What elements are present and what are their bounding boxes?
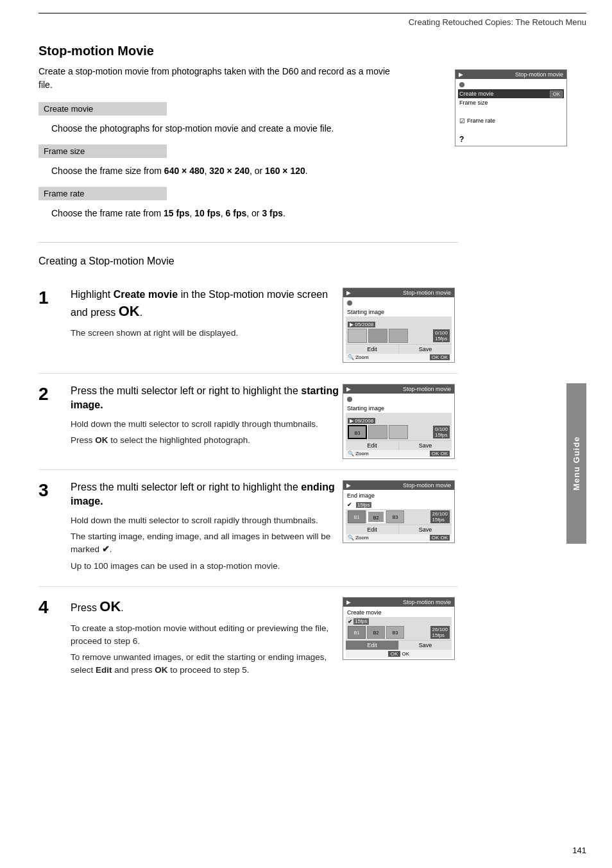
top-camera: ▶ Stop-motion movie Create movie OK: [455, 69, 567, 146]
step-1-cam-title-text: Stop-motion movie: [403, 290, 451, 296]
top-cam-title-bar: ▶ Stop-motion movie: [455, 70, 566, 79]
step-3-thumb-b1: B1: [348, 510, 366, 523]
top-cam-dot-row: [458, 80, 564, 89]
step-1-thumb-area: ▶ 05/2008 0/10015fps: [346, 317, 452, 344]
step-3-zoom-bar: 🔍 Zoom OK OK: [346, 534, 452, 541]
frame-size-prefix: Choose the frame size from: [51, 166, 164, 176]
step-3-number: 3: [38, 482, 64, 499]
subsection-create-movie: Create movie Choose the photographs for …: [38, 102, 458, 144]
step-4-thumb-b3: B3: [386, 626, 404, 639]
top-camera-area: ▶ Stop-motion movie Create movie OK: [455, 69, 567, 146]
top-cam-dot: [459, 82, 464, 87]
step-3-thumb-row: B1 B2 B3 26/10015fps: [348, 510, 450, 523]
step-1-cam-body: Starting image ▶ 05/2008 0/10: [343, 297, 454, 362]
step-2-thumb-area: ▶ 09/2008 B3 0/10015fps: [346, 413, 452, 440]
top-cam-arrow: ▶: [459, 71, 463, 78]
step-1-zoom-bar: 🔍 Zoom OK OK: [346, 354, 452, 361]
step-4-cam-title-text: Stop-motion movie: [403, 599, 451, 605]
top-cam-question-row: ?: [458, 134, 564, 144]
step-3-cam-title-text: Stop-motion movie: [403, 482, 451, 489]
step-2-zoom-icon: 🔍 Zoom: [348, 451, 369, 456]
subsection-frame-rate: Frame rate Choose the frame rate from 15…: [38, 187, 458, 229]
step-3-cam-row-endimage: End image: [346, 491, 452, 500]
sidebar-tab: Menu Guide: [566, 383, 586, 544]
step-4-body2: To remove unwanted images, or edit the s…: [71, 651, 343, 677]
step-2-body: Hold down the multi selector to scroll r…: [71, 418, 343, 447]
step-3-content: Press the multi selector left or right t…: [71, 480, 343, 576]
step-2-camera: ▶ Stop-motion movie Starting image: [343, 384, 455, 459]
step-2-bold: starting image.: [71, 385, 339, 410]
sidebar-area: Menu Guide: [566, 236, 586, 691]
frame-size-opt2: 320 × 240: [209, 166, 250, 176]
step-4-edit-btn: Edit: [346, 641, 399, 650]
step-2-edit-save: Edit Save: [346, 440, 452, 450]
page-header-title: Creating Retouched Copies: The Retouch M…: [409, 17, 586, 27]
step-3-b1-label: B1: [348, 511, 365, 524]
subsection-label-create: Create movie: [44, 104, 93, 114]
step-2-thumb-b3: B3: [348, 425, 367, 439]
step-3-b3-label: B3: [387, 511, 404, 524]
creating-section-title: Creating a Stop-motion Movie: [38, 256, 458, 267]
thumb-2: [368, 329, 387, 343]
subsection-header-frame-rate: Frame rate: [38, 187, 167, 200]
top-cam-create-row: Create movie OK: [458, 89, 564, 98]
thumb-3: [389, 329, 408, 343]
step-3-checkmark: ✔: [102, 544, 110, 554]
subsection-label-frame-rate: Frame rate: [44, 189, 85, 198]
step-2-cam-title-text: Stop-motion movie: [403, 386, 451, 392]
step-4-cam-body: Create movie ✔ 15fps B1: [343, 607, 454, 659]
step-2-dot-icon: [347, 397, 352, 402]
step-1-zoom-icon: 🔍 Zoom: [348, 354, 369, 360]
step-4-check-icon: ✔: [348, 618, 353, 625]
step-4-b2: B2: [368, 627, 384, 639]
step-4-content: Press OK. To create a stop-motion movie …: [71, 597, 343, 681]
step-2-thumb-b5: [389, 425, 408, 439]
step-3-body: Hold down the multi selector to scroll r…: [71, 514, 343, 573]
step-1-dot-icon: [347, 300, 352, 306]
top-cam-ok-box: OK: [550, 91, 563, 98]
step-3-body3: Up to 100 images can be used in a stop-m…: [71, 560, 343, 573]
frame-rate-opt4: 3 fps: [262, 208, 283, 218]
left-column: Stop-motion Movie Create a stop-motion m…: [38, 44, 458, 691]
step-3-cam-row-check: ✔ 15fps: [346, 500, 452, 509]
step-1-content: Highlight Create movie in the Stop-motio…: [71, 288, 343, 343]
step-3-fps-badge: 15fps: [356, 502, 371, 508]
step-1-starting-label: Starting image: [347, 309, 384, 315]
frame-rate-opt2: 10 fps: [194, 208, 220, 218]
subsection-frame-size: Frame size Choose the frame size from 64…: [38, 144, 458, 187]
step-4-cam-arrow: ▶: [346, 599, 351, 605]
step-1-ok-bar: OK OK: [430, 354, 450, 360]
step-4-create-label: Create movie: [347, 609, 382, 616]
step-2-cam-title: ▶ Stop-motion movie: [343, 385, 454, 394]
subsection-body-create-movie: Choose the photographs for stop-motion m…: [38, 119, 398, 144]
step-3-edit-save: Edit Save: [346, 525, 452, 534]
step-2-b3-label: B3: [349, 426, 366, 440]
step-2-cam-body: Starting image ▶ 09/2008 B3: [343, 394, 454, 458]
step-1-save-btn: Save: [399, 345, 452, 354]
step-1-heading: Highlight Create movie in the Stop-motio…: [71, 288, 343, 322]
step-1-body-text: The screen shown at right will be displa…: [71, 327, 343, 340]
step-4-body1: To create a stop-motion movie without ed…: [71, 622, 343, 648]
step-4-thumb-area: ✔ 15fps B1 B2: [346, 617, 452, 640]
step-1-bold: Create movie: [114, 289, 178, 300]
thumb-1: [348, 329, 367, 343]
step-2-cam-row-starting: Starting image: [346, 404, 452, 413]
top-cam-frame-rate-label: Frame rate: [467, 117, 495, 124]
top-cam-question-icon: ?: [459, 135, 464, 144]
step-3-cam-arrow: ▶: [346, 482, 351, 489]
step-2-cam-row-dot: [346, 395, 452, 404]
step-4-thumb-row: B1 B2 B3 26/10015fps: [348, 626, 450, 639]
step-3-thumb-b3: B3: [386, 510, 404, 523]
step-2-number: 2: [38, 385, 64, 403]
step-1-screen: ▶ Stop-motion movie Starting image: [343, 288, 458, 363]
top-cam-fps-value-row: [458, 125, 564, 134]
step-3-body2: The starting image, ending image, and al…: [71, 530, 343, 557]
step-1-body: The screen shown at right will be displa…: [71, 327, 343, 340]
step-1-edit-save: Edit Save: [346, 344, 452, 354]
top-cam-frame-size-value-row: [458, 107, 564, 116]
step-2-ok: OK: [95, 435, 108, 445]
step-3-count: 26/10015fps: [430, 510, 450, 523]
subsection-label-frame-size: Frame size: [44, 146, 85, 156]
step-4-ok: OK: [99, 598, 121, 614]
step-1-cam-arrow: ▶: [346, 290, 351, 296]
